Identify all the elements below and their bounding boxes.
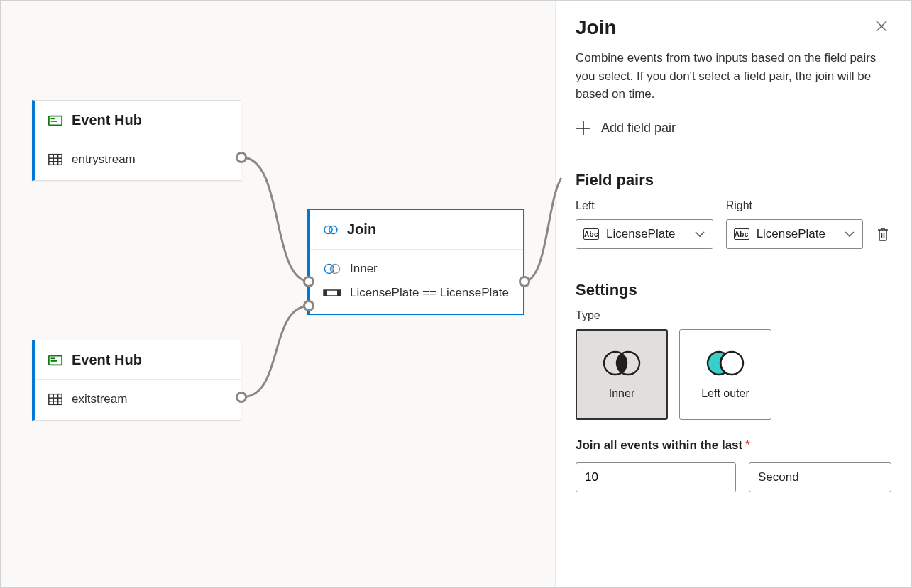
node-event-hub-2[interactable]: Event Hub exitstream bbox=[32, 340, 241, 421]
duration-unit-dropdown[interactable]: Second bbox=[749, 462, 891, 492]
svg-rect-21 bbox=[324, 290, 327, 296]
duration-label: Join all events within the last* bbox=[576, 438, 891, 453]
required-indicator: * bbox=[745, 438, 750, 452]
node-input-port[interactable] bbox=[303, 276, 314, 287]
table-icon bbox=[48, 152, 63, 167]
node-title: Event Hub bbox=[72, 352, 142, 368]
duration-unit-value: Second bbox=[758, 470, 875, 484]
chevron-down-icon bbox=[844, 228, 855, 240]
divider bbox=[556, 265, 911, 265]
left-label: Left bbox=[576, 199, 713, 212]
panel-title: Join bbox=[576, 16, 617, 39]
plus-icon bbox=[576, 121, 591, 136]
inner-join-icon bbox=[600, 349, 644, 377]
join-config-panel: Join Combine events from two inputs base… bbox=[555, 1, 911, 587]
svg-rect-2 bbox=[51, 121, 57, 122]
inner-join-icon bbox=[323, 261, 341, 277]
stream-name: exitstream bbox=[72, 392, 127, 406]
join-type-left-outer-label: Left outer bbox=[701, 387, 749, 400]
left-field-value: LicensePlate bbox=[606, 227, 687, 241]
right-field-dropdown[interactable]: Abc LicensePlate bbox=[726, 219, 864, 249]
node-title: Event Hub bbox=[72, 112, 142, 128]
field-icon bbox=[323, 285, 341, 301]
join-type-inner[interactable]: Inner bbox=[576, 329, 668, 420]
string-type-icon: Abc bbox=[583, 228, 599, 240]
stream-name: entrystream bbox=[72, 152, 136, 167]
join-condition: LicensePlate == LicensePlate bbox=[350, 286, 509, 300]
field-pairs-heading: Field pairs bbox=[576, 171, 891, 189]
event-hub-icon bbox=[48, 353, 63, 368]
node-join[interactable]: Join Inner LicensePlate == LicensePlate bbox=[307, 209, 524, 315]
duration-value-input[interactable] bbox=[576, 462, 736, 492]
join-type-inner-label: Inner bbox=[609, 387, 634, 400]
svg-rect-9 bbox=[51, 357, 55, 359]
node-event-hub-1[interactable]: Event Hub entrystream bbox=[32, 100, 241, 181]
event-hub-icon bbox=[48, 113, 63, 128]
right-field-value: LicensePlate bbox=[757, 227, 837, 241]
panel-description: Combine events from two inputs based on … bbox=[576, 49, 888, 104]
svg-rect-3 bbox=[49, 155, 62, 165]
node-output-port[interactable] bbox=[519, 276, 530, 287]
add-field-pair-label: Add field pair bbox=[601, 121, 676, 135]
close-icon bbox=[876, 21, 887, 32]
node-output-port[interactable] bbox=[236, 392, 247, 403]
table-icon bbox=[48, 392, 63, 407]
divider bbox=[556, 155, 911, 155]
string-type-icon: Abc bbox=[734, 228, 749, 240]
join-type-left-outer[interactable]: Left outer bbox=[679, 329, 771, 420]
designer-canvas[interactable]: Event Hub entrystream Event Hub bbox=[1, 1, 555, 587]
svg-rect-1 bbox=[51, 118, 55, 119]
svg-rect-22 bbox=[337, 290, 341, 296]
svg-point-17 bbox=[329, 226, 337, 233]
right-label: Right bbox=[726, 199, 864, 212]
chevron-down-icon bbox=[694, 228, 705, 240]
delete-pair-button[interactable] bbox=[876, 226, 891, 243]
node-output-port[interactable] bbox=[236, 152, 247, 163]
join-mode: Inner bbox=[350, 262, 378, 276]
svg-rect-11 bbox=[49, 394, 62, 405]
close-button[interactable] bbox=[872, 16, 891, 36]
svg-rect-10 bbox=[51, 360, 57, 362]
left-field-dropdown[interactable]: Abc LicensePlate bbox=[576, 219, 713, 249]
settings-heading: Settings bbox=[576, 281, 891, 299]
type-label: Type bbox=[576, 309, 891, 322]
trash-icon bbox=[876, 226, 890, 242]
add-field-pair-button[interactable]: Add field pair bbox=[576, 121, 676, 136]
join-icon bbox=[323, 222, 339, 238]
left-outer-join-icon bbox=[703, 349, 747, 377]
node-title: Join bbox=[347, 221, 376, 238]
node-input-port[interactable] bbox=[303, 300, 314, 311]
